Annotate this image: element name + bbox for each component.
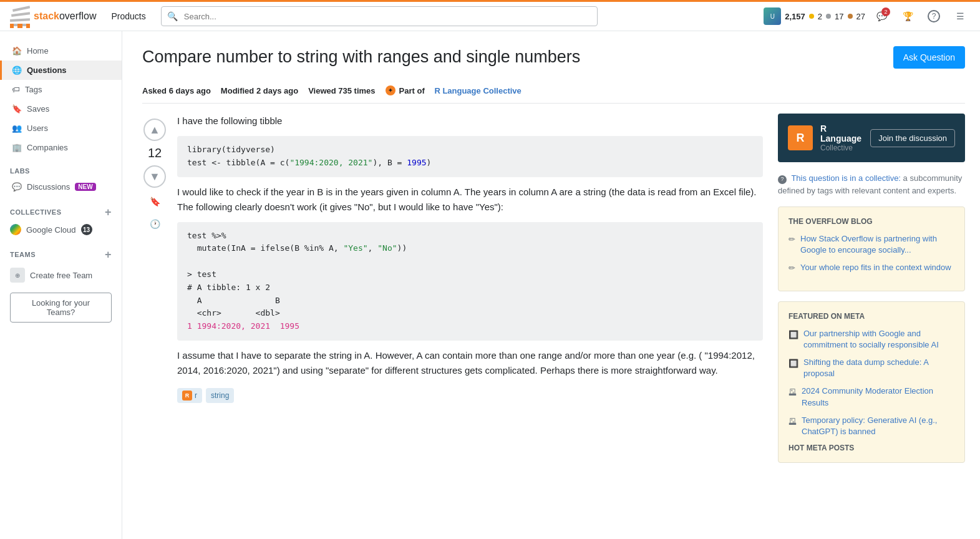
modified-label: Modified 2 days ago: [221, 86, 298, 95]
collective-tag: ✦ Part of R Language Collective: [386, 85, 522, 95]
rep-count: 2,157: [785, 12, 805, 21]
sidebar-item-companies[interactable]: 🏢 Companies: [0, 138, 122, 157]
meta-link-1[interactable]: Our partnership with Google and commitme…: [803, 328, 954, 351]
ask-question-button[interactable]: Ask Question: [893, 46, 965, 69]
blog-link-1[interactable]: How Stack Overflow is partnering with Go…: [800, 233, 954, 256]
sidebar-item-questions[interactable]: 🌐 Questions: [0, 61, 122, 80]
blog-link-2[interactable]: Your whole repo fits in the context wind…: [800, 262, 951, 274]
r-collective-icon: R: [788, 125, 813, 150]
tag-r[interactable]: R r: [177, 388, 202, 403]
code-block-1: library(tidyverse) test <- tibble(A = c(…: [177, 136, 763, 177]
topbar: stackoverflow Products 🔍 U 2,157 2 17 27…: [0, 0, 980, 31]
viewed-label: Viewed 735 times: [308, 86, 375, 95]
collectives-add-button[interactable]: +: [105, 206, 112, 218]
blog-title: The Overflow Blog: [788, 217, 954, 226]
meta-item-3: 🗳 2024 Community Moderator Election Resu…: [788, 386, 954, 408]
svg-rect-1: [10, 18, 30, 22]
question-area: ▲ 12 ▼ 🔖 🕐 I have the following tibble l…: [142, 114, 763, 463]
discussions-icon: 💬: [12, 182, 22, 192]
collective-name: R Language: [820, 124, 863, 143]
collective-note: ? This question is in a collective: a su…: [778, 172, 965, 197]
blog-item-1: ✏ How Stack Overflow is partnering with …: [788, 233, 954, 256]
tag-list: R r string: [177, 388, 763, 403]
sidebar-item-saves[interactable]: 🔖 Saves: [0, 99, 122, 119]
meta-icon-3: 🗳: [788, 387, 797, 408]
logo-text: stackoverflow: [34, 11, 97, 22]
google-cloud-count: 13: [81, 224, 92, 235]
blog-item-2: ✏ Your whole repo fits in the context wi…: [788, 262, 954, 274]
search-input[interactable]: [161, 6, 598, 26]
sidebar-item-discussions[interactable]: 💬 Discussions NEW: [0, 177, 122, 197]
badge-silver-count: 17: [835, 12, 843, 21]
inbox-badge: 2: [881, 7, 890, 16]
post-text-2: I would like to check if the year in B i…: [177, 185, 763, 215]
bookmark-button[interactable]: 🔖: [146, 193, 163, 210]
avatar: U: [764, 7, 781, 25]
meta-icon-1: 🔲: [788, 329, 798, 351]
discussions-badge: NEW: [75, 183, 95, 191]
hamburger-icon[interactable]: ☰: [950, 6, 970, 26]
meta-link-4[interactable]: Temporary policy: Generative AI (e.g., C…: [802, 415, 954, 437]
collectives-section: COLLECTIVES +: [0, 197, 122, 220]
home-icon: 🏠: [12, 46, 22, 56]
question-meta: Asked 6 days ago Modified 2 days ago Vie…: [142, 85, 965, 104]
tags-icon: 🏷: [12, 85, 20, 94]
meta-item-1: 🔲 Our partnership with Google and commit…: [788, 328, 954, 351]
sidebar-item-home[interactable]: 🏠 Home: [0, 41, 122, 61]
join-discussion-button[interactable]: Join the discussion: [870, 129, 955, 147]
create-team-icon: ⊕: [10, 268, 25, 283]
post-body: I have the following tibble library(tidy…: [177, 114, 763, 403]
teams-add-button[interactable]: +: [105, 249, 112, 260]
badge-bronze-count: 27: [856, 12, 865, 21]
user-rep-area[interactable]: U 2,157 2 17 27: [764, 7, 865, 25]
code-line-3: test %>%: [187, 230, 753, 243]
collective-link[interactable]: R Language Collective: [434, 86, 521, 95]
vote-up-button[interactable]: ▲: [143, 119, 166, 141]
badge-gold-dot: [809, 14, 814, 19]
search-box: 🔍: [161, 6, 598, 26]
content-area: ▲ 12 ▼ 🔖 🕐 I have the following tibble l…: [142, 114, 965, 463]
badge-gold-count: 2: [818, 12, 822, 21]
sidebar-item-google-cloud[interactable]: Google Cloud 13: [0, 220, 122, 239]
achievements-icon[interactable]: 🏆: [898, 6, 918, 26]
collective-info: R Language Collective: [820, 124, 863, 152]
create-team-item[interactable]: ⊕ Create free Team: [0, 263, 122, 288]
collective-note-link[interactable]: This question is in a collective:: [791, 173, 901, 183]
post-text-3: I assume that I have to separate the str…: [177, 348, 763, 378]
code-block-2: test %>% mutate(InA = ifelse(B %in% A, "…: [177, 222, 763, 341]
history-button[interactable]: 🕐: [146, 215, 163, 233]
google-cloud-icon: [10, 224, 21, 235]
badge-bronze-dot: [848, 14, 853, 19]
code-line-7: A B: [187, 294, 753, 308]
code-line-6: # A tibble: 1 x 2: [187, 281, 753, 294]
r-tag-icon: R: [182, 391, 192, 401]
pencil-icon-2: ✏: [788, 263, 795, 274]
code-line-5: > test: [187, 268, 753, 281]
tag-string[interactable]: string: [206, 388, 234, 403]
users-icon: 👥: [12, 124, 22, 133]
sidebar-item-tags[interactable]: 🏷 Tags: [0, 80, 122, 99]
pencil-icon-1: ✏: [788, 234, 795, 256]
post-content: ▲ 12 ▼ 🔖 🕐 I have the following tibble l…: [142, 114, 763, 403]
meta-link-2[interactable]: Shifting the data dump schedule: A propo…: [803, 357, 954, 379]
help-icon[interactable]: ?: [924, 6, 944, 26]
looking-teams-button[interactable]: Looking for your Teams?: [10, 293, 112, 323]
topbar-right: U 2,157 2 17 27 💬 2 🏆 ? ☰: [764, 6, 970, 26]
post-text-1: I have the following tibble: [177, 114, 763, 129]
code-line-1: library(tidyverse): [187, 143, 753, 157]
code-line-8: <chr> <dbl>: [187, 307, 753, 320]
vote-down-button[interactable]: ▼: [143, 165, 166, 188]
products-link[interactable]: Products: [107, 11, 151, 21]
info-icon: ?: [778, 175, 787, 184]
inbox-icon[interactable]: 💬 2: [871, 6, 891, 26]
sidebar-item-users[interactable]: 👥 Users: [0, 119, 122, 138]
svg-rect-2: [11, 12, 30, 17]
saves-icon: 🔖: [12, 104, 22, 114]
meta-title: Featured on Meta: [788, 312, 954, 321]
code-line-2: test <- tibble(A = c("1994:2020, 2021"),…: [187, 157, 753, 170]
collective-box: R R Language Collective Join the discuss…: [778, 114, 965, 162]
logo[interactable]: stackoverflow: [10, 5, 97, 28]
svg-rect-6: [17, 24, 22, 28]
meta-icon-4: 🗳: [788, 416, 797, 437]
meta-link-3[interactable]: 2024 Community Moderator Election Result…: [802, 386, 954, 408]
